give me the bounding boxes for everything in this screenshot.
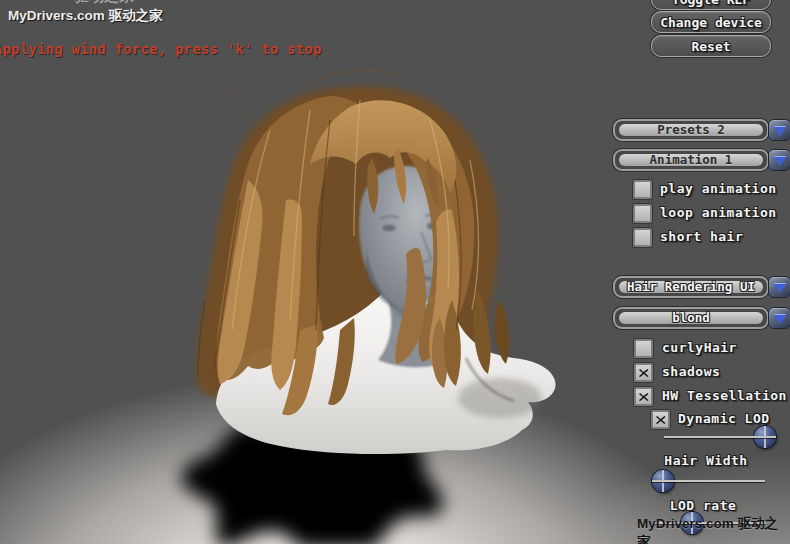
lod-rate-label: LOD rate (660, 498, 746, 513)
chevron-down-icon (774, 284, 786, 293)
hair-width-slider-track[interactable] (652, 480, 765, 482)
checkbox-x-icon: ✕ (637, 390, 649, 404)
play-animation-checkbox[interactable] (633, 180, 652, 199)
wind-force-message: Applying wind force, press 'k' to stop (0, 41, 322, 57)
chevron-down-icon (774, 157, 786, 166)
shadows-checkbox[interactable]: ✕ (634, 363, 653, 382)
toggle-ref-button[interactable]: Toggle REF (651, 0, 771, 10)
dynamic-lod-checkbox[interactable]: ✕ (651, 410, 670, 429)
hair-rendering-ui-dropdown-button[interactable] (768, 276, 790, 298)
curly-hair-label: curlyHair (662, 340, 737, 355)
watermark-bottom: MyDrivers.com 驱动之家 (637, 515, 790, 544)
hw-tessellation-checkbox[interactable]: ✕ (634, 387, 653, 406)
loop-animation-label: loop animation (660, 205, 777, 220)
play-animation-label: play animation (660, 181, 777, 196)
animation-combobox[interactable]: Animation 1 (613, 149, 769, 171)
loop-animation-checkbox[interactable] (633, 204, 652, 223)
dynamic-lod-label: Dynamic LOD (678, 411, 770, 426)
short-hair-checkbox[interactable] (633, 228, 652, 247)
hair-demo-window: 驱动之家 MyDrivers.com 驱动之家 Applying wind fo… (0, 0, 790, 544)
hair-color-dropdown-button[interactable] (768, 307, 790, 329)
shadows-label: shadows (662, 364, 720, 379)
presets-value: Presets 2 (619, 124, 763, 136)
checkbox-x-icon: ✕ (637, 366, 649, 380)
chevron-down-icon (774, 315, 786, 324)
change-device-button[interactable]: Change device (651, 11, 771, 33)
hair-color-combobox[interactable]: blond (613, 307, 769, 329)
animation-dropdown-button[interactable] (768, 149, 790, 171)
left-eye (382, 224, 396, 231)
watermark-top: MyDrivers.com 驱动之家 (8, 7, 163, 25)
hair-rendering-ui-value: Hair Rendering UI (619, 281, 763, 293)
watermark-top-edge: 驱动之家 (74, 0, 134, 6)
checkbox-x-icon: ✕ (654, 413, 666, 427)
presets-dropdown-button[interactable] (768, 119, 790, 141)
hw-tessellation-label: HW Tessellation (662, 388, 787, 403)
reset-button[interactable]: Reset (651, 35, 771, 57)
short-hair-label: short hair (660, 229, 743, 244)
chest-shading (458, 378, 542, 418)
presets-combobox[interactable]: Presets 2 (613, 119, 769, 141)
chevron-down-icon (774, 127, 786, 136)
hair-color-value: blond (619, 312, 763, 324)
dynamic-lod-slider-track[interactable] (664, 436, 776, 438)
animation-value: Animation 1 (619, 154, 763, 166)
hair-width-label: Hair Width (660, 453, 752, 468)
curly-hair-checkbox[interactable] (634, 339, 653, 358)
hair-rendering-ui-combobox[interactable]: Hair Rendering UI (613, 276, 769, 298)
